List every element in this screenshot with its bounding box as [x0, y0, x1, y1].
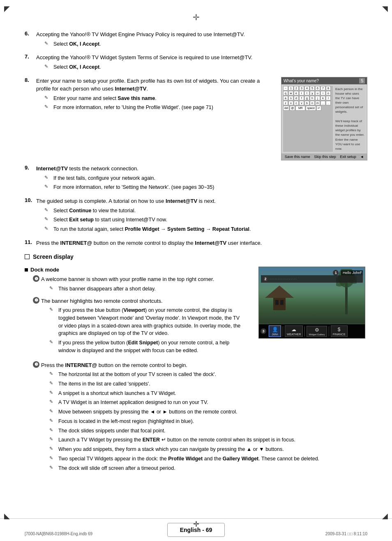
dock-close-x: ×	[360, 270, 362, 274]
dock-item-3-note-3-text: A snippet is a shortcut which launches a…	[58, 390, 176, 397]
dock-label-2: 2	[263, 276, 268, 282]
item-10-note-1: ✎ Select Continue to view the tutorial.	[44, 207, 367, 215]
item-9-note-1-text: If the test fails, configure your networ…	[53, 174, 155, 182]
dock-item-3-note-8-text: Launch a TV Widget by pressing the ENTER…	[58, 436, 295, 444]
dock-mode-left: Dock mode ❶ A welcome banner is shown wi…	[25, 263, 245, 358]
dialog-step: 5	[359, 78, 365, 84]
note-icon-10-2: ✎	[44, 216, 53, 222]
note-icon-10-3: ✎	[44, 226, 53, 231]
dock-banner2-area: 2 · · · · · · · · · · · · · · · · ·	[261, 275, 363, 283]
item-10-note-3-text: To run the tutorial again, select Profil…	[53, 225, 251, 233]
dock-item-3-note-10: ✎ Two special TV Widgets appear in the d…	[49, 455, 367, 463]
note-icon-d3-2: ✎	[49, 381, 58, 386]
dialog-exit-btn[interactable]: Exit setup	[340, 155, 356, 159]
dialog-save-btn[interactable]: Save this name	[285, 155, 310, 159]
dock-item-3-note-5-text: Move between snippets by pressing the ◄ …	[58, 408, 237, 416]
kb-key: d	[294, 96, 299, 100]
dock-separator-2	[304, 326, 305, 337]
circle-2: ❷	[33, 297, 39, 304]
dock-finance-icon: $	[338, 327, 341, 332]
item-8-number: 8.	[25, 77, 36, 83]
kb-key: ~	[283, 86, 288, 91]
note-icon-d3-6: ✎	[49, 418, 58, 423]
dock-item-3-note-11-text: The dock will slide off screen after a t…	[58, 464, 175, 472]
section-screen-display: Screen display	[25, 253, 367, 260]
kb-key: m	[315, 101, 320, 105]
dialog-skip-btn[interactable]: Skip this step	[314, 155, 336, 159]
dock-item-3-text: Press the INTERNET@ button on the remote…	[41, 361, 367, 369]
kb-key: 7	[321, 86, 325, 91]
dock-item-john: 👤 John	[269, 325, 281, 337]
kb-key: w	[288, 91, 293, 95]
kb-key: k	[321, 96, 325, 100]
item-6-text: Accepting the Yahoo!® TV Widget Engine P…	[36, 30, 367, 39]
item-9-note-2-text: For more information, refer to 'Setting …	[53, 183, 214, 191]
kb-key: z	[283, 101, 288, 105]
dock-item-finance: $ FINANCE	[331, 325, 348, 337]
kb-key-space: space	[306, 106, 316, 111]
dock-item-3-note-2: ✎ The items in the list are called 'snip…	[49, 380, 367, 388]
kb-key: 3	[299, 86, 304, 91]
note-icon-d1: ✎	[49, 286, 58, 291]
dock-item-1-text: A welcome banner is shown with your prof…	[41, 275, 245, 283]
item-7-note-1: ✎ Select OK, I Accept.	[44, 63, 367, 71]
dock-photo-hut-svg	[263, 283, 296, 312]
svg-marker-4	[265, 286, 294, 298]
top-decoration: ✛	[25, 12, 367, 22]
item-11-text: Press the INTERNET@ button on the remote…	[36, 239, 367, 247]
dock-weather-label: WEATHER	[287, 333, 301, 336]
note-icon-6-1: ✎	[44, 41, 53, 46]
dock-item-weather: ☁ WEATHER	[285, 325, 303, 337]
svg-rect-7	[280, 300, 284, 305]
section-title: Screen display	[33, 253, 74, 260]
item-10: 10. The guided setup is complete. A tuto…	[25, 197, 367, 235]
corner-tl: ◤	[4, 4, 10, 13]
page-container: ✛ ◤ ◥ 6. Accepting the Yahoo!® TV Widget…	[0, 0, 392, 541]
dock-item-3-note-6-text: Focus is located in the left-most region…	[58, 418, 194, 425]
dock-item-3-note-6: ✎ Focus is located in the left-most regi…	[49, 418, 367, 425]
kb-key: 1	[288, 86, 293, 91]
corner-tr: ◥	[382, 4, 388, 13]
dock-item-3-note-1: ✎ The horizontal list at the bottom of y…	[49, 371, 367, 378]
item-6-note-1: ✎ Select OK, I Accept.	[44, 40, 367, 48]
item-8-note-1-text: Enter your name and select Save this nam…	[53, 95, 157, 102]
item-11: 11. Press the INTERNET@ button on the re…	[25, 239, 367, 247]
item-8-content: Enter your name to setup your profile. E…	[36, 77, 367, 161]
item-9-number: 9.	[25, 165, 36, 171]
kb-key: q	[283, 91, 288, 95]
item-9-content: Internet@TV tests the network connection…	[36, 165, 367, 193]
note-icon-d3-5: ✎	[49, 409, 58, 414]
item-8-note-2-text: For more information, refer to 'Using th…	[53, 104, 213, 111]
item-10-note-2: ✎ Select Exit setup to start using Inter…	[44, 216, 367, 224]
dock-gallery-label: Widget Gallery	[309, 333, 325, 336]
dock-item-3: ❸ Press the INTERNET@ button on the remo…	[33, 361, 367, 474]
kb-key: i	[321, 91, 325, 95]
black-square-icon	[25, 268, 28, 272]
dock-item-1-note-text: This banner disappears after a short del…	[58, 285, 156, 293]
kb-key: n	[310, 101, 315, 105]
item-6: 6. Accepting the Yahoo!® TV Widget Engin…	[25, 30, 367, 49]
dock-john-icon: 👤	[272, 327, 278, 332]
note-icon-d3-3: ✎	[49, 390, 58, 395]
item-8-text: Enter your name to setup your profile. E…	[36, 77, 274, 93]
item-10-note-3: ✎ To run the tutorial again, select Prof…	[44, 225, 367, 233]
dock-item-3-note-9: ✎ When you add snippets, they form a sta…	[49, 446, 367, 453]
kb-key: h	[310, 96, 315, 100]
item-9-note-1: ✎ If the test fails, configure your netw…	[44, 174, 367, 182]
item-7: 7. Accepting the Yahoo!® TV Widget Syste…	[25, 53, 367, 72]
kb-key: g	[304, 96, 309, 100]
kb-key: 2	[294, 86, 299, 91]
kb-key: b	[304, 101, 309, 105]
dock-mode-section: Dock mode ❶ A welcome banner is shown wi…	[25, 263, 367, 358]
kb-key: ↵	[316, 106, 321, 111]
dock-bar: 3 👤 John ☁ WEATHER ⚙ Wid	[259, 324, 365, 338]
note-icon-d3-4: ✎	[49, 399, 58, 404]
item-6-content: Accepting the Yahoo!® TV Widget Engine P…	[36, 30, 367, 49]
item-9-note-2: ✎ For more information, refer to 'Settin…	[44, 183, 367, 191]
bottom-decoration: ✛	[193, 520, 199, 529]
item-8-left: Enter your name to setup your profile. E…	[36, 77, 274, 114]
kb-key: 6	[315, 86, 320, 91]
kb-key-mr: MR	[295, 106, 305, 111]
note-icon-8-2: ✎	[44, 104, 53, 109]
dock-item-2-note-1-text: If you press the blue button (Viewport) …	[58, 306, 245, 337]
